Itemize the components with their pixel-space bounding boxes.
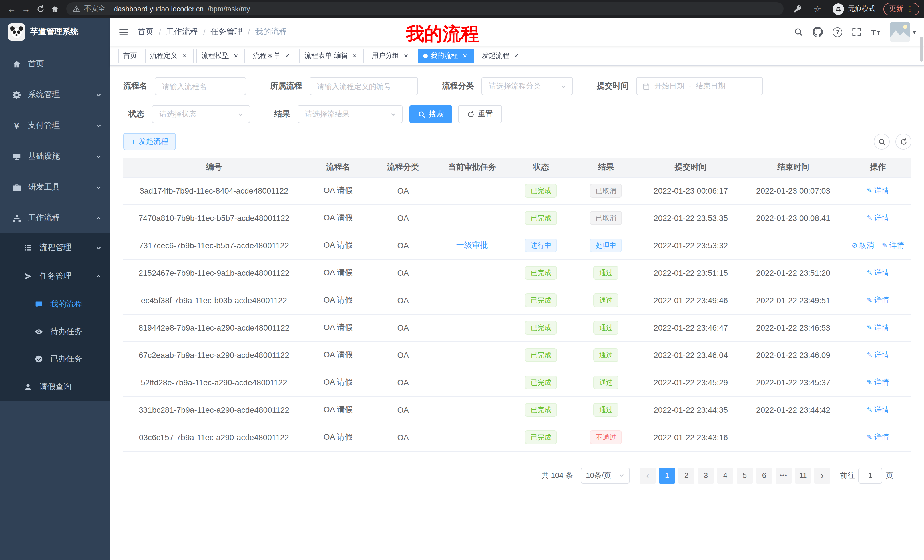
font-size-icon[interactable]: TT	[871, 28, 880, 36]
page-button-4[interactable]: 4	[717, 467, 733, 483]
browser-back-button[interactable]: ←	[4, 2, 19, 16]
tab-process-definition[interactable]: 流程定义×	[145, 48, 194, 63]
edit-pen-icon: ✎	[867, 324, 873, 332]
header-search-icon[interactable]	[794, 27, 803, 36]
cell-id: 7317cec6-7b9b-11ec-b5b7-acde48001122	[123, 232, 304, 259]
close-icon[interactable]: ×	[232, 52, 240, 60]
sidebar: 芋道管理系统 首页 系统管理 ¥ 支付管理	[0, 18, 110, 560]
tab-user-group[interactable]: 用户分组×	[367, 48, 415, 63]
more-pages-button[interactable]: •••	[776, 467, 792, 483]
detail-link[interactable]: ✎详情	[882, 240, 904, 251]
detail-link[interactable]: ✎详情	[867, 295, 889, 305]
avatar	[890, 22, 910, 42]
tab-start-process[interactable]: 发起流程×	[477, 48, 525, 63]
detail-link[interactable]: ✎详情	[867, 213, 889, 223]
tab-process-form[interactable]: 流程表单×	[248, 48, 296, 63]
help-icon[interactable]: ?	[832, 27, 842, 37]
chevron-down-icon	[95, 91, 102, 98]
refresh-table-button[interactable]	[896, 133, 911, 150]
detail-link[interactable]: ✎详情	[867, 377, 889, 388]
sidebar-item-devtools[interactable]: 研发工具	[0, 172, 110, 203]
result-select[interactable]: 请选择流结果	[297, 105, 403, 123]
prev-page-button[interactable]: ‹	[640, 467, 656, 483]
cell-name: OA 请假	[304, 177, 372, 204]
toggle-search-button[interactable]	[874, 133, 890, 150]
owning-process-input[interactable]	[309, 77, 418, 95]
close-icon[interactable]: ×	[402, 52, 410, 60]
breadcrumb-item[interactable]: 任务管理	[211, 27, 243, 37]
page-button-3[interactable]: 3	[698, 467, 714, 483]
browser-update-menu[interactable]: 更新 ⋮	[884, 3, 920, 15]
scrollbar-thumb[interactable]	[920, 36, 923, 61]
close-icon[interactable]: ×	[351, 52, 358, 60]
sidebar-item-home[interactable]: 首页	[0, 48, 110, 79]
sidebar-item-done-tasks[interactable]: 已办任务	[0, 345, 110, 373]
sidebar-item-process-management[interactable]: 流程管理	[0, 234, 110, 262]
sidebar-item-label: 已办任务	[50, 354, 82, 364]
fullscreen-icon[interactable]	[852, 27, 861, 36]
close-icon[interactable]: ×	[283, 52, 291, 60]
goto-page-input[interactable]	[858, 467, 882, 483]
col-actions: 操作	[844, 157, 911, 177]
detail-link[interactable]: ✎详情	[867, 432, 889, 442]
select-placeholder: 请选择状态	[159, 109, 196, 119]
table-row: 3ad174fb-7b9d-11ec-8404-acde48001122 OA …	[123, 177, 911, 204]
close-icon[interactable]: ×	[512, 52, 520, 60]
tab-home[interactable]: 首页	[118, 48, 142, 63]
github-icon[interactable]	[813, 27, 823, 37]
user-menu[interactable]: ▾	[890, 22, 916, 42]
sidebar-item-system[interactable]: 系统管理	[0, 79, 110, 110]
reset-button[interactable]: 重置	[458, 105, 502, 123]
process-name-input[interactable]	[155, 77, 246, 95]
browser-home-button[interactable]	[47, 2, 62, 16]
tab-my-process[interactable]: 我的流程×	[418, 48, 474, 63]
browser-forward-button[interactable]: →	[19, 2, 33, 16]
cell-current-task	[435, 341, 509, 369]
submit-time-range-picker[interactable]: 开始日期 - 结束日期	[636, 77, 763, 95]
bookmark-star-icon[interactable]: ☆	[810, 2, 825, 16]
page-button-2[interactable]: 2	[678, 467, 694, 483]
detail-link[interactable]: ✎详情	[867, 268, 889, 278]
page-button-11[interactable]: 11	[795, 467, 811, 483]
table-row: 7317cec6-7b9b-11ec-b5b7-acde48001122 OA …	[123, 232, 911, 259]
sidebar-item-workflow[interactable]: 工作流程	[0, 203, 110, 234]
address-bar[interactable]: 不安全 dashboard.yudao.iocoder.cn/bpm/task/…	[66, 2, 783, 15]
breadcrumb-item[interactable]: 首页	[138, 27, 154, 37]
detail-link[interactable]: ✎详情	[867, 322, 889, 333]
detail-link[interactable]: ✎详情	[867, 405, 889, 415]
sidebar-item-todo-tasks[interactable]: 待办任务	[0, 318, 110, 345]
select-placeholder: 请选择流结果	[305, 109, 350, 119]
tab-process-model[interactable]: 流程模型×	[196, 48, 245, 63]
close-icon[interactable]: ×	[461, 52, 469, 60]
app-logo[interactable]: 芋道管理系统	[0, 18, 110, 46]
cell-name: OA 请假	[304, 314, 372, 341]
page-button-6[interactable]: 6	[756, 467, 772, 483]
search-button[interactable]: 搜索	[410, 105, 452, 123]
edit-pen-icon: ✎	[882, 241, 888, 250]
page-button-5[interactable]: 5	[736, 467, 753, 483]
process-category-select[interactable]: 请选择流程分类	[482, 77, 573, 95]
sidebar-item-task-management[interactable]: 任务管理	[0, 262, 110, 290]
next-page-button[interactable]: ›	[814, 467, 830, 483]
incognito-label: 无痕模式	[848, 4, 876, 14]
cell-category: OA	[372, 314, 435, 341]
sidebar-item-my-process[interactable]: 我的流程	[0, 290, 110, 318]
tab-process-form-edit[interactable]: 流程表单-编辑×	[299, 48, 364, 63]
browser-reload-button[interactable]	[33, 2, 47, 16]
sidebar-item-pay[interactable]: ¥ 支付管理	[0, 110, 110, 141]
password-key-icon[interactable]	[790, 2, 805, 16]
page-button-1[interactable]: 1	[659, 467, 675, 483]
close-icon[interactable]: ×	[180, 52, 189, 60]
status-select[interactable]: 请选择状态	[152, 105, 250, 123]
detail-link[interactable]: ✎详情	[867, 350, 889, 360]
detail-link[interactable]: ✎详情	[867, 186, 889, 196]
current-task-link[interactable]: 一级审批	[456, 240, 488, 250]
list-icon	[23, 243, 33, 252]
breadcrumb-item[interactable]: 工作流程	[166, 27, 198, 37]
cancel-link[interactable]: ⊘取消	[852, 240, 874, 251]
page-size-select[interactable]: 10条/页	[581, 467, 630, 483]
create-process-button[interactable]: + 发起流程	[123, 133, 176, 150]
sidebar-item-infrastructure[interactable]: 基础设施	[0, 141, 110, 172]
sidebar-item-leave-query[interactable]: 请假查询	[0, 373, 110, 401]
hamburger-icon[interactable]	[119, 27, 129, 37]
